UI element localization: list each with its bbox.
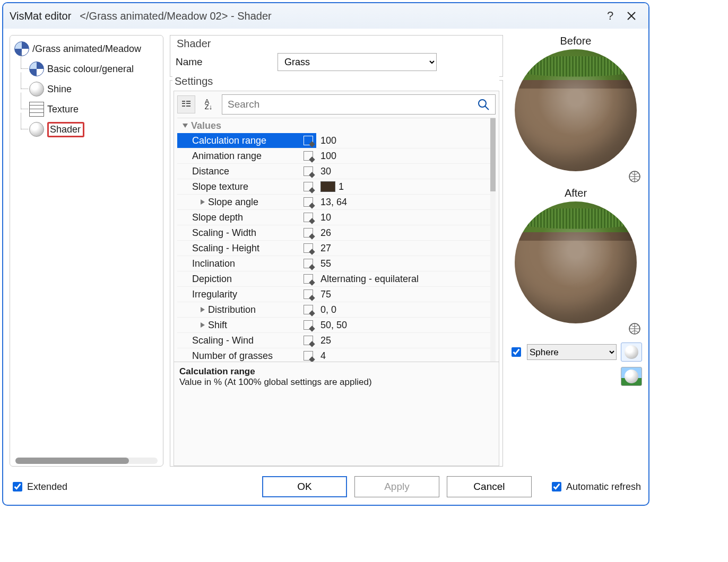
settings-group: Settings AZ↓ bbox=[170, 80, 503, 467]
edit-icon[interactable] bbox=[304, 289, 313, 299]
app-title: VisMat editor bbox=[10, 10, 71, 22]
ball-icon bbox=[29, 122, 44, 137]
category-label: Values bbox=[191, 120, 221, 131]
edit-icon[interactable] bbox=[304, 336, 313, 345]
edit-icon[interactable] bbox=[304, 243, 313, 253]
tree-root[interactable]: /Grass animated/Meadow bbox=[12, 39, 161, 59]
property-value[interactable]: 4 bbox=[316, 350, 496, 362]
edit-icon[interactable] bbox=[304, 136, 313, 145]
cancel-button[interactable]: Cancel bbox=[447, 476, 532, 497]
property-name: Slope texture bbox=[192, 181, 248, 192]
edit-icon[interactable] bbox=[304, 213, 313, 222]
expand-icon[interactable] bbox=[201, 199, 205, 205]
property-value[interactable]: 75 bbox=[316, 289, 496, 300]
preview-environment-button[interactable] bbox=[621, 367, 642, 386]
svg-line-7 bbox=[485, 106, 489, 110]
material-tree-pane: /Grass animated/Meadow Basic colour/gene… bbox=[10, 35, 163, 467]
property-name: Calculation range bbox=[192, 135, 266, 146]
apply-button[interactable]: Apply bbox=[354, 476, 439, 497]
property-row[interactable]: DepictionAlternating - equilateral bbox=[177, 271, 496, 287]
desc-title: Calculation range bbox=[179, 366, 493, 377]
category-row[interactable]: Values bbox=[177, 118, 496, 133]
property-value[interactable]: 27 bbox=[316, 243, 496, 254]
edit-icon[interactable] bbox=[304, 166, 313, 176]
property-row[interactable]: Number of grasses4 bbox=[177, 348, 496, 362]
categorize-button[interactable] bbox=[177, 95, 195, 113]
property-row[interactable]: Shift50, 50 bbox=[177, 318, 496, 333]
auto-refresh-checkbox[interactable] bbox=[552, 482, 561, 491]
property-row[interactable]: Calculation range100 bbox=[177, 133, 496, 148]
property-row[interactable]: Inclination55 bbox=[177, 256, 496, 271]
property-value[interactable]: 100 bbox=[316, 135, 496, 146]
ok-button[interactable]: OK bbox=[262, 476, 347, 497]
property-description: Calculation range Value in % (At 100% gl… bbox=[174, 362, 499, 394]
tree-item-shader[interactable]: Shader bbox=[12, 119, 161, 139]
shader-name-select[interactable]: Grass bbox=[278, 53, 437, 71]
property-name: Scaling - Width bbox=[192, 227, 256, 239]
edit-icon[interactable] bbox=[304, 320, 313, 330]
property-value[interactable]: 26 bbox=[316, 227, 496, 239]
globe-icon[interactable] bbox=[628, 322, 641, 337]
edit-icon[interactable] bbox=[304, 305, 313, 314]
search-input[interactable] bbox=[222, 96, 472, 112]
property-value[interactable]: 100 bbox=[316, 151, 496, 162]
property-value[interactable]: 55 bbox=[316, 258, 496, 269]
property-value[interactable]: 25 bbox=[316, 335, 496, 346]
preview-sphere-button[interactable] bbox=[621, 343, 642, 362]
property-row[interactable]: Animation range100 bbox=[177, 148, 496, 164]
property-value[interactable]: 10 bbox=[316, 212, 496, 223]
property-row[interactable]: Scaling - Wind25 bbox=[177, 333, 496, 348]
property-grid-scrollbar[interactable] bbox=[490, 118, 496, 362]
material-icon bbox=[14, 41, 29, 56]
tree-item-shine[interactable]: Shine bbox=[12, 79, 161, 99]
property-value[interactable]: Alternating - equilateral bbox=[316, 274, 496, 285]
auto-refresh-wrap[interactable]: Automatic refresh bbox=[550, 480, 641, 493]
search-icon bbox=[477, 98, 490, 111]
property-name: Shift bbox=[208, 320, 227, 331]
globe-icon[interactable] bbox=[628, 170, 641, 185]
property-value[interactable]: 13, 64 bbox=[316, 197, 496, 208]
sort-az-button[interactable]: AZ↓ bbox=[200, 95, 218, 113]
edit-icon[interactable] bbox=[304, 228, 313, 238]
extended-label: Extended bbox=[27, 481, 67, 493]
preview-enable-checkbox[interactable] bbox=[512, 347, 521, 357]
tree-item-basic-colour[interactable]: Basic colour/general bbox=[12, 59, 161, 79]
edit-icon[interactable] bbox=[304, 351, 313, 361]
property-row[interactable]: Distance30 bbox=[177, 164, 496, 179]
categorize-icon bbox=[181, 100, 191, 109]
property-name: Animation range bbox=[192, 151, 262, 162]
property-row[interactable]: Slope texture1 bbox=[177, 179, 496, 195]
property-row[interactable]: Slope angle13, 64 bbox=[177, 195, 496, 210]
edit-icon[interactable] bbox=[304, 274, 313, 284]
main-pane: Shader Name Grass Settings bbox=[170, 35, 503, 467]
property-row[interactable]: Scaling - Width26 bbox=[177, 225, 496, 241]
ball-icon bbox=[625, 345, 638, 359]
preview-shape-select[interactable]: Sphere bbox=[527, 344, 617, 360]
property-value[interactable]: 30 bbox=[316, 166, 496, 177]
property-row[interactable]: Distribution0, 0 bbox=[177, 302, 496, 318]
expand-icon[interactable] bbox=[201, 307, 205, 312]
titlebar: VisMat editor </Grass animated/Meadow 02… bbox=[3, 3, 648, 29]
extended-checkbox-wrap[interactable]: Extended bbox=[11, 480, 67, 493]
edit-icon[interactable] bbox=[304, 182, 313, 191]
expand-icon[interactable] bbox=[201, 322, 205, 328]
help-button[interactable]: ? bbox=[600, 3, 621, 29]
property-value[interactable]: 0, 0 bbox=[316, 304, 496, 315]
property-value[interactable]: 1 bbox=[316, 181, 496, 192]
after-label: After bbox=[565, 187, 587, 199]
edit-icon[interactable] bbox=[304, 151, 313, 161]
property-value[interactable]: 50, 50 bbox=[316, 320, 496, 331]
after-preview bbox=[515, 201, 637, 323]
property-row[interactable]: Slope depth10 bbox=[177, 210, 496, 225]
auto-refresh-label: Automatic refresh bbox=[566, 481, 641, 493]
close-button[interactable] bbox=[621, 3, 642, 29]
property-row[interactable]: Scaling - Height27 bbox=[177, 241, 496, 256]
edit-icon[interactable] bbox=[304, 259, 313, 268]
tree-horizontal-scrollbar[interactable] bbox=[15, 458, 158, 464]
edit-icon[interactable] bbox=[304, 197, 313, 207]
tree-item-texture[interactable]: Texture bbox=[12, 99, 161, 119]
extended-checkbox[interactable] bbox=[13, 482, 22, 491]
close-icon bbox=[627, 11, 636, 21]
property-name: Distance bbox=[192, 166, 229, 177]
property-row[interactable]: Irregularity75 bbox=[177, 287, 496, 302]
